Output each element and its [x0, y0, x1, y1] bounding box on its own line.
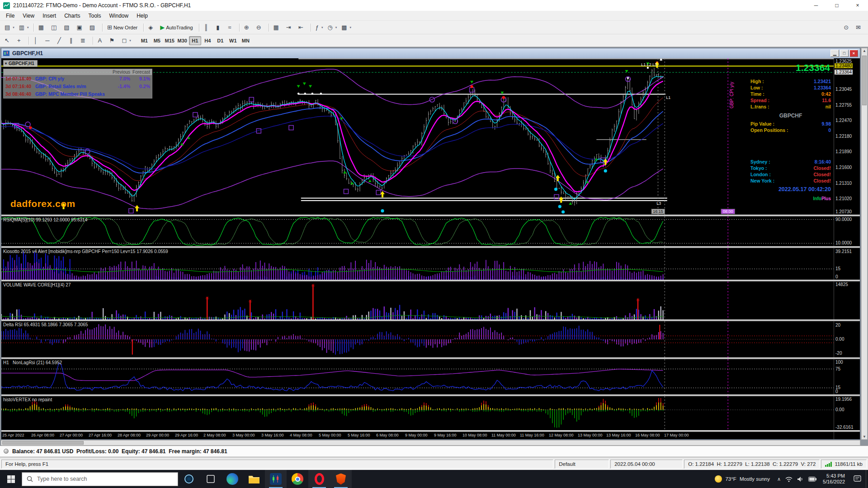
price-chart-canvas[interactable]: ▾ GBPCHF,H1 Previous Forecast 1d 07:16:4…: [1, 58, 834, 215]
tray-expand-chevron[interactable]: ∧: [777, 476, 781, 482]
cortana-button[interactable]: [178, 470, 200, 488]
zoom-in-button[interactable]: ⊕: [242, 23, 254, 33]
indicator-plot-4[interactable]: H1 NonLagRsi (21) 64.5952: [1, 359, 834, 394]
cursor-button[interactable]: ↖: [3, 36, 14, 46]
indicator-scale-0[interactable]: 90.000010.0000: [834, 216, 860, 246]
timeframe-button[interactable]: M5: [151, 36, 163, 45]
taskbar-weather[interactable]: 73°F Mostly sunny: [710, 470, 774, 488]
action-center-button[interactable]: [849, 470, 866, 488]
indicator-plot-5[interactable]: histoVERTEX no repaint: [1, 396, 834, 430]
indicator-plot-2[interactable]: VOLUME WAVE CORE[H1](4) 27☠☠☠☠: [1, 282, 834, 319]
close-button[interactable]: ×: [847, 0, 868, 11]
indicator-scale-3[interactable]: 200.00-20: [834, 321, 860, 357]
label-button[interactable]: ⚑: [108, 36, 119, 46]
timeframe-button[interactable]: W1: [227, 36, 239, 45]
profiles-button[interactable]: ▥ ▾: [17, 23, 31, 33]
menu-item[interactable]: Window: [105, 12, 133, 20]
horizontal-line-button[interactable]: ─: [43, 36, 54, 46]
chart-canvas[interactable]: [1, 359, 834, 394]
candles-button[interactable]: ▮: [214, 23, 225, 33]
scrollbar-thumb[interactable]: [2, 441, 84, 445]
scrollbar-thumb[interactable]: [862, 56, 867, 105]
taskbar-mt4-button[interactable]: [265, 470, 287, 488]
autotrading-button[interactable]: ▶ AutoTrading: [158, 23, 196, 33]
terminal-button[interactable]: ▣: [75, 23, 87, 33]
trendline-button[interactable]: ╱: [55, 36, 66, 46]
indicator-plot-3[interactable]: Delta RSI 65.4931 58.1866 7.3065 7.3065: [1, 321, 834, 357]
speaker-icon[interactable]: [797, 476, 804, 482]
chart-canvas[interactable]: [1, 321, 834, 357]
maximize-button[interactable]: □: [826, 0, 847, 11]
chart-shift-button[interactable]: ⇤: [297, 23, 308, 33]
indicator-plot-1[interactable]: Kiosotto 2015 v4 Alert [mobidik]ms-nrp G…: [1, 248, 834, 280]
chart-canvas[interactable]: [1, 396, 834, 430]
indicator-scale-2[interactable]: 14825: [834, 282, 860, 319]
horizontal-scrollbar[interactable]: [1, 440, 860, 446]
menu-item[interactable]: Insert: [38, 12, 60, 20]
timeframe-button[interactable]: H4: [202, 36, 214, 45]
symbol-period-tag[interactable]: ▾ GBPCHF,H1: [3, 60, 38, 67]
menu-item[interactable]: View: [19, 12, 38, 20]
search-button[interactable]: ⊙: [842, 23, 853, 33]
menu-item[interactable]: File: [2, 12, 19, 20]
channel-button[interactable]: ∥: [67, 36, 78, 46]
timeframe-button[interactable]: D1: [214, 36, 226, 45]
indicators-button[interactable]: ƒ ▾: [314, 23, 325, 33]
market-watch-button[interactable]: ▦: [37, 23, 48, 33]
timeframe-button[interactable]: MN: [240, 36, 252, 45]
chart-window-titlebar[interactable]: GBPCHF,H1 ▁ □ ×: [1, 48, 860, 58]
menu-item[interactable]: Help: [132, 12, 152, 20]
vertical-line-button[interactable]: │: [32, 36, 42, 46]
crosshair-button[interactable]: +: [15, 36, 26, 46]
scroll-up-arrow[interactable]: ▲: [862, 49, 867, 53]
new-chart-button[interactable]: ▤ ▾: [3, 23, 16, 33]
task-view-button[interactable]: [200, 470, 222, 488]
periods-button[interactable]: ◷ ▾: [326, 23, 339, 33]
metaeditor-button[interactable]: ◈: [146, 23, 157, 33]
tile-windows-button[interactable]: ▦: [272, 23, 283, 33]
navigator-button[interactable]: ▧: [62, 23, 74, 33]
menu-item[interactable]: Charts: [60, 12, 84, 20]
indicator-scale-1[interactable]: 39.2151150: [834, 248, 860, 280]
line-chart-button[interactable]: ≈: [226, 23, 236, 33]
price-scale[interactable]: 1.236251.234801.233641.230451.227551.224…: [834, 58, 860, 215]
new-order-button[interactable]: ⊞ New Order: [105, 23, 141, 33]
timeframe-button[interactable]: H1: [189, 36, 201, 45]
menu-item[interactable]: Tools: [85, 12, 105, 20]
taskbar-edge-button[interactable]: [222, 470, 243, 488]
taskbar-opera-button[interactable]: [308, 470, 330, 488]
timeframe-button[interactable]: M15: [164, 36, 176, 45]
indicator-scale-5[interactable]: 19.19560.00-32.6161: [834, 396, 860, 430]
inbox-button[interactable]: ✉: [854, 23, 865, 33]
taskbar-chrome-button[interactable]: [287, 470, 308, 488]
scroll-down-arrow[interactable]: ▼: [862, 435, 867, 439]
chart-minimize-button[interactable]: ▁: [830, 50, 839, 57]
start-button[interactable]: [0, 470, 22, 488]
templates-button[interactable]: ▩ ▾: [340, 23, 353, 33]
text-button[interactable]: A: [96, 36, 107, 46]
taskbar-explorer-button[interactable]: [243, 470, 265, 488]
data-window-button[interactable]: ◫: [49, 23, 61, 33]
time-axis[interactable]: 25 Apr 2022 26 Apr 08:00 27 Apr 00:00 27…: [1, 432, 834, 439]
bars-button[interactable]: ║: [202, 23, 213, 33]
vertical-scrollbar[interactable]: ▲ ▼: [861, 48, 868, 440]
indicator-scale-4[interactable]: 10075150: [834, 359, 860, 394]
battery-icon[interactable]: [808, 477, 816, 482]
taskbar-brave-button[interactable]: [330, 470, 352, 488]
timeframe-button[interactable]: M30: [176, 36, 189, 45]
indicator-plot-0[interactable]: RSIQMA[S](10) 99.1293 12.0000 95.6314: [1, 216, 834, 246]
strategy-tester-button[interactable]: ▨: [88, 23, 99, 33]
shapes-button[interactable]: ◻ ▾: [120, 36, 132, 46]
wifi-icon[interactable]: [785, 476, 793, 482]
auto-scroll-button[interactable]: ⇥: [284, 23, 296, 33]
taskbar-clock[interactable]: 5:43 PM 5/16/2022: [819, 473, 849, 485]
chart-close-button[interactable]: ×: [849, 50, 858, 57]
profile-selector[interactable]: Default: [555, 460, 609, 469]
taskbar-search-input[interactable]: Type here to search: [22, 472, 178, 486]
minimize-button[interactable]: ─: [806, 0, 826, 11]
show-desktop-button[interactable]: [866, 470, 868, 488]
chart-canvas[interactable]: [1, 216, 834, 246]
chart-canvas[interactable]: ☠☠☠☠: [1, 282, 834, 319]
fibonacci-button[interactable]: ≣: [79, 36, 90, 46]
timeframe-button[interactable]: M1: [138, 36, 151, 45]
